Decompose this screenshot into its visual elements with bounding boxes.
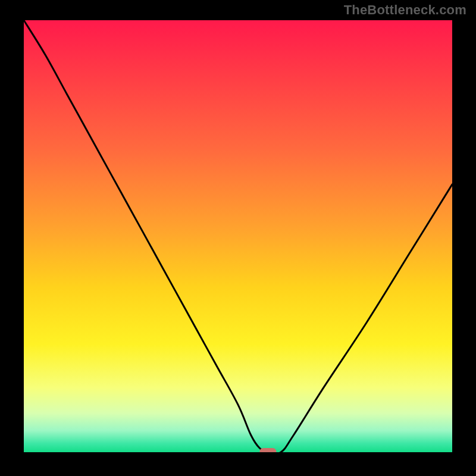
chart-container: TheBottleneck.com bbox=[0, 0, 476, 476]
gradient-background bbox=[24, 20, 452, 452]
bottleneck-chart bbox=[24, 20, 452, 452]
attribution-watermark: TheBottleneck.com bbox=[344, 2, 466, 18]
plot-area bbox=[24, 20, 452, 452]
optimal-point-marker bbox=[259, 448, 276, 452]
